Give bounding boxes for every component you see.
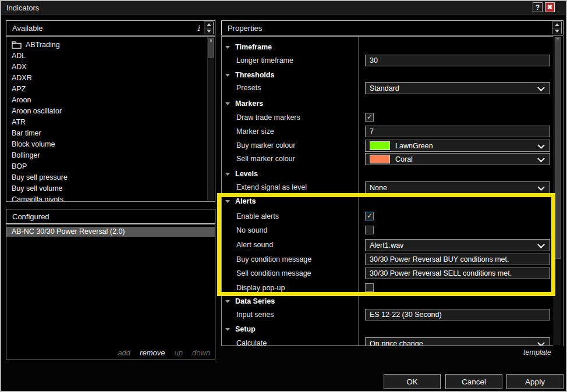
cancel-button[interactable]: Cancel [445,374,502,389]
row-draw-trade-markers: Draw trade markers [222,112,553,123]
help-button[interactable]: ? [533,2,543,12]
available-item-folder[interactable]: ABTrading [6,40,207,51]
presets-select[interactable]: Standard [365,82,550,94]
collapse-triangle-icon [225,46,230,49]
section-markers[interactable]: Markers [225,99,263,108]
folder-icon [12,41,22,49]
remove-link[interactable]: remove [140,348,165,357]
row-extend-signal: Extend signal as level None [222,181,553,193]
configured-header: Configured [6,209,215,224]
available-item[interactable]: ADXR [6,73,207,84]
add-link[interactable]: add [118,348,130,357]
indicators-dialog: Indicators ? ✖ Available i ABTrading ADL… [0,0,567,392]
available-item[interactable]: BOP [6,161,207,172]
input-series-input[interactable]: ES 12-22 (30 Second) [365,309,550,320]
close-icon: ✖ [547,3,552,11]
sell-condition-message-input[interactable]: 30/30 Power Reversal SELL conditions met… [365,268,550,279]
row-buy-marker-colour: Buy marker colour LawnGreen [222,140,553,151]
available-item[interactable]: ADX [6,62,207,73]
question-icon: ? [536,3,540,12]
properties-header-label: Properties [228,24,262,33]
collapse-triangle-icon [225,328,230,331]
color-swatch [370,155,390,163]
scroll-down-icon[interactable] [552,28,561,34]
row-display-popup: Display pop-up [222,282,553,294]
configured-header-label: Configured [12,212,49,221]
buy-condition-message-input[interactable]: 30/30 Power Reversal BUY conditions met. [365,254,550,265]
scroll-down-icon[interactable] [204,28,213,34]
available-item[interactable]: Bar timer [6,128,207,139]
section-levels[interactable]: Levels [225,170,258,178]
display-popup-checkbox[interactable] [365,283,374,292]
row-presets: Presets Standard [222,82,553,94]
no-sound-checkbox[interactable] [365,226,374,234]
configured-item-selected[interactable]: AB-NC 30/30 Power Reversal (2.0) [6,227,215,237]
color-swatch [370,141,390,150]
enable-alerts-checkbox[interactable] [365,212,374,220]
sell-marker-colour-select[interactable]: Coral [365,153,550,165]
row-input-series: Input series ES 12-22 (30 Second) [222,309,553,320]
properties-scrollbar-thumb[interactable] [555,37,561,259]
ok-button[interactable]: OK [384,374,441,389]
chevron-down-icon [537,155,545,162]
available-item[interactable]: Buy sell volume [6,183,207,194]
title-bar[interactable]: Indicators [1,1,566,15]
section-setup[interactable]: Setup [225,325,256,333]
row-enable-alerts: Enable alerts [222,211,553,222]
available-list-panel: ABTrading ADL ADX ADXR APZ Aroon Aroon o… [6,36,215,202]
scroll-up-icon[interactable] [204,22,213,28]
chevron-down-icon [537,84,545,91]
longer-timeframe-input[interactable]: 30 [365,55,550,66]
row-sell-condition-message: Sell condition message 30/30 Power Rever… [222,268,553,279]
configured-list-panel: AB-NC 30/30 Power Reversal (2.0) add rem… [6,224,215,359]
marker-size-input[interactable]: 7 [365,126,550,137]
available-item[interactable]: Bollinger [6,150,207,161]
available-item[interactable]: ADL [6,51,207,62]
calculate-select[interactable]: On price change [365,337,550,346]
available-item[interactable]: Aroon oscillator [6,106,207,117]
row-longer-timeframe: Longer timeframe 30 [222,55,553,66]
properties-scrollbar[interactable] [554,37,561,345]
row-sell-marker-colour: Sell marker colour Coral [222,153,553,165]
collapse-triangle-icon [225,74,230,77]
chevron-down-icon [537,241,545,248]
available-item[interactable]: Camarilla pivots [6,194,207,201]
properties-header: Properties [221,20,564,35]
available-scrollbar[interactable] [207,37,214,201]
available-header: Available i [6,20,215,35]
properties-spinner [552,22,562,34]
extend-signal-select[interactable]: None [365,181,550,194]
row-calculate: Calculate On price change [222,337,553,346]
draw-trade-markers-checkbox[interactable] [365,113,374,122]
buy-marker-colour-select[interactable]: LawnGreen [365,140,550,152]
row-buy-condition-message: Buy condition message 30/30 Power Revers… [222,254,553,265]
collapse-triangle-icon [225,173,230,176]
up-link[interactable]: up [174,348,182,357]
section-alerts[interactable]: Alerts [225,197,256,205]
row-alert-sound: Alert sound Alert1.wav [222,239,553,251]
available-scrollbar-thumb[interactable] [208,38,214,58]
available-list: ABTrading ADL ADX ADXR APZ Aroon Aroon o… [6,37,207,201]
close-button[interactable]: ✖ [545,2,555,12]
window-title: Indicators [1,3,39,12]
row-marker-size: Marker size 7 [222,126,553,137]
section-timeframe[interactable]: Timeframe [225,43,272,51]
chevron-down-icon [537,339,545,346]
down-link[interactable]: down [192,348,210,357]
available-item[interactable]: Buy sell pressure [6,172,207,183]
section-data-series[interactable]: Data Series [225,297,275,305]
scroll-up-icon[interactable] [552,22,561,28]
info-icon[interactable]: i [197,23,200,33]
available-item[interactable]: Aroon [6,95,207,106]
available-spinner [204,22,214,34]
collapse-triangle-icon [225,200,230,203]
apply-button[interactable]: Apply [506,374,564,389]
template-link[interactable]: template [222,348,551,357]
properties-grid: Timeframe Longer timeframe 30 Thresholds… [221,36,553,346]
alert-sound-select[interactable]: Alert1.wav [365,239,550,251]
section-thresholds[interactable]: Thresholds [225,71,274,79]
available-item[interactable]: APZ [6,84,207,95]
available-item[interactable]: ATR [6,117,207,128]
available-item[interactable]: Block volume [6,139,207,150]
available-header-label: Available [12,24,43,33]
